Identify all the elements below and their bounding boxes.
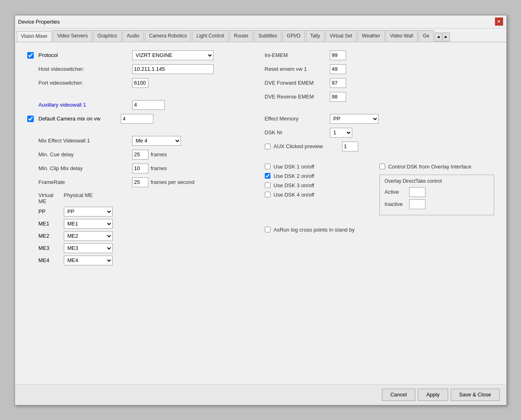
virtual-me-headers: Virtual ME Physical ME — [27, 192, 253, 204]
aux-clicked-input[interactable] — [342, 142, 358, 151]
min-cue-input[interactable] — [132, 150, 148, 160]
physical-me-pp-select[interactable]: PP — [64, 207, 113, 217]
min-clip-row: Min. Clip Mix delay frames — [27, 164, 253, 173]
ini-emem-label: Ini-EMEM — [265, 52, 330, 58]
reset-emem-input[interactable] — [330, 64, 346, 74]
port-row: Port videoswitcher: — [27, 78, 253, 88]
window-title: Device Properties — [18, 19, 60, 25]
me-row-pp: PP PP — [27, 207, 253, 217]
physical-me-2-select[interactable]: ME2 — [64, 231, 113, 241]
me-row-4: ME4 ME4 — [27, 256, 253, 265]
use-dsk4-checkbox[interactable] — [265, 192, 270, 197]
save-close-button[interactable]: Save & Close — [451, 389, 500, 401]
asrun-checkbox[interactable] — [265, 227, 270, 232]
min-cue-label: Min. Cue delay — [39, 151, 132, 158]
min-cue-frames: frames — [151, 151, 167, 158]
active-row: Active — [385, 187, 489, 197]
tab-video-servers[interactable]: Video Servers — [53, 30, 92, 42]
ini-emem-row: Ini-EMEM — [265, 50, 494, 60]
tab-subtitles[interactable]: Subtitles — [254, 30, 281, 42]
active-input[interactable] — [409, 187, 425, 197]
min-clip-input[interactable] — [132, 164, 148, 173]
dsk-section: Use DSK 1 on/off Use DSK 2 on/off Use DS… — [265, 164, 494, 215]
tab-gpio[interactable]: GPI/O — [282, 30, 305, 42]
inactive-label: Inactive — [385, 201, 409, 207]
virtual-me-1: ME1 — [39, 221, 60, 227]
overlay-direct-title: Overlay DirectTake control — [385, 178, 489, 184]
tab-video-wall[interactable]: Video Wall — [386, 30, 418, 42]
aux-clicked-checkbox[interactable] — [265, 144, 270, 149]
inactive-row: Inactive — [385, 199, 489, 209]
use-dsk2-checkbox[interactable] — [265, 173, 270, 179]
framerate-label: FrameRate — [39, 179, 132, 185]
aux-clicked-row: AUX Clicked preview — [265, 142, 494, 151]
tab-weather[interactable]: Weather — [358, 30, 385, 42]
tab-nav-right[interactable]: ► — [443, 33, 450, 42]
virtual-me-section: Virtual ME Physical ME PP PP ME1 — [27, 192, 253, 265]
physical-me-3-select[interactable]: ME3 — [64, 243, 113, 253]
tab-audio[interactable]: Audio — [122, 30, 144, 42]
dve-reverse-input[interactable] — [330, 92, 346, 102]
cancel-button[interactable]: Cancel — [382, 389, 415, 401]
effect-memory-row: Effect Memory PP — [265, 114, 494, 124]
tab-tally[interactable]: Tally — [306, 30, 325, 42]
physical-me-4-select[interactable]: ME4 — [64, 256, 113, 265]
tab-router[interactable]: Router — [229, 30, 253, 42]
default-camera-input[interactable] — [121, 114, 153, 124]
virtual-me-header-label: Virtual ME — [39, 192, 60, 204]
use-dsk4-label: Use DSK 4 on/off — [274, 192, 314, 198]
tab-bar: Vision Mixer Video Servers Graphics Audi… — [15, 28, 506, 42]
inactive-input[interactable] — [409, 199, 425, 209]
dsk2-row: Use DSK 2 on/off — [265, 173, 379, 179]
use-dsk1-checkbox[interactable] — [265, 164, 270, 169]
aux-clicked-label: AUX Clicked preview — [274, 143, 339, 149]
control-dsk-checkbox[interactable] — [379, 164, 385, 169]
tab-camera-robotics[interactable]: Camera Robotics — [145, 30, 192, 42]
default-camera-checkbox[interactable] — [27, 116, 34, 122]
right-panel: Ini-EMEM Reset emem vw 1 DVE Forward EME… — [261, 50, 494, 268]
tab-vision-mixer[interactable]: Vision Mixer — [17, 31, 52, 42]
framerate-row: FrameRate frames per second — [27, 177, 253, 187]
aux-label: Auxillary videowall 1 — [39, 102, 132, 108]
framerate-input[interactable] — [132, 177, 148, 187]
use-dsk3-label: Use DSK 3 on/off — [274, 182, 314, 188]
device-properties-window: Device Properties × Vision Mixer Video S… — [15, 15, 507, 405]
me-row-3: ME3 ME3 — [27, 243, 253, 253]
dsk-right: Control DSK from Overlay Interface Overl… — [379, 164, 494, 215]
effect-memory-select[interactable]: PP — [330, 114, 379, 124]
protocol-row: Protocol VIZRT ENGINE — [27, 50, 253, 60]
virtual-me-3: ME3 — [39, 245, 60, 251]
asrun-row: AsRun log cross points in stand by — [265, 227, 494, 233]
use-dsk3-checkbox[interactable] — [265, 182, 270, 188]
dve-forward-input[interactable] — [330, 78, 346, 88]
tab-nav-left[interactable]: ◄ — [435, 33, 442, 42]
reset-emem-label: Reset emem vw 1 — [265, 66, 330, 72]
control-dsk-label: Control DSK from Overlay Interface — [388, 164, 471, 170]
dsk-nr-select[interactable]: 1 — [330, 128, 352, 138]
tab-graphics[interactable]: Graphics — [93, 30, 122, 42]
effect-memory-label: Effect Memory — [265, 116, 330, 122]
port-label: Port videoswitcher: — [39, 80, 132, 86]
tab-ge[interactable]: Ge — [419, 30, 434, 42]
apply-button[interactable]: Apply — [418, 389, 448, 401]
host-label: Host videoswitcher: — [39, 66, 132, 72]
physical-me-1-select[interactable]: ME1 — [64, 219, 113, 229]
ini-emem-input[interactable] — [330, 50, 346, 60]
title-bar: Device Properties × — [15, 15, 506, 28]
tab-virtual-set[interactable]: Virtual Set — [325, 30, 357, 42]
tab-light-control[interactable]: Light Control — [192, 30, 229, 42]
aux-input[interactable] — [132, 100, 165, 110]
mix-effect-select[interactable]: Me 4 — [132, 136, 181, 146]
port-input[interactable] — [132, 78, 148, 88]
host-input[interactable] — [132, 64, 214, 74]
close-button[interactable]: × — [495, 18, 503, 26]
control-dsk-row: Control DSK from Overlay Interface — [379, 164, 494, 170]
mix-effect-row: Mix Effect Videowall 1 Me 4 — [27, 136, 253, 146]
physical-me-header-label: Physical ME — [64, 192, 121, 204]
default-camera-row: Default Camera mix on vw — [27, 114, 253, 124]
protocol-select[interactable]: VIZRT ENGINE — [132, 50, 214, 60]
mix-effect-label: Mix Effect Videowall 1 — [39, 138, 132, 144]
framerate-unit: frames per second — [151, 179, 195, 185]
protocol-checkbox[interactable] — [27, 52, 34, 59]
virtual-me-2: ME2 — [39, 233, 60, 239]
